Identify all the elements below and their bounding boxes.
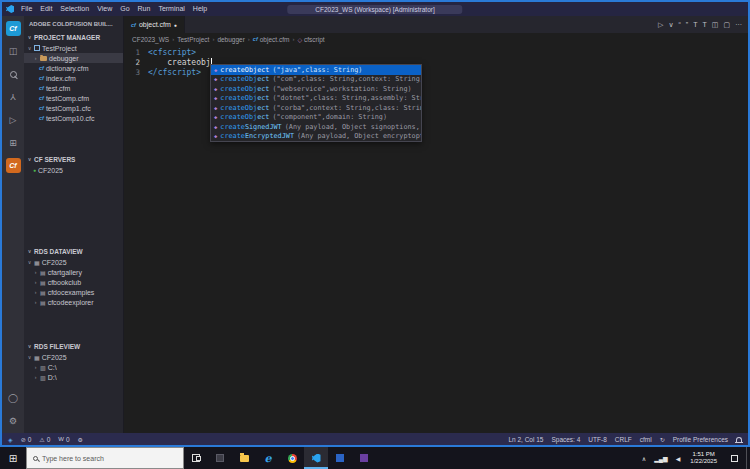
text-format-icon[interactable]: T (693, 21, 697, 28)
task-view-icon[interactable] (184, 447, 208, 469)
tree-item-cfcodeexplorer[interactable]: ›▤cfcodeexplorer (24, 297, 123, 307)
quote-open-icon[interactable]: “ (679, 21, 681, 28)
tree-item-cfdocexamples[interactable]: ›▤cfdocexamples (24, 287, 123, 297)
tray-expand-icon[interactable]: ∧ (638, 455, 650, 462)
tree-item-test-cfm[interactable]: cftest.cfm (24, 83, 123, 93)
tree-item-cf2025[interactable]: ∨▦CF2025 (24, 352, 123, 362)
menu-file[interactable]: File (17, 2, 36, 16)
tab-object-cfm[interactable]: cf object.cfm ● (124, 16, 185, 33)
vscode-icon[interactable] (304, 447, 328, 469)
suggest-item-createencryptedjwt[interactable]: ◆createEncryptedJWT(Any payload, Object … (211, 132, 421, 142)
wrench-icon[interactable]: ⚙ (78, 436, 83, 443)
tree-item-d[interactable]: ›▥D:\ (24, 372, 123, 382)
tree-item-debugger[interactable]: ›debugger (24, 53, 123, 63)
menu-selection[interactable]: Selection (56, 2, 93, 16)
menu-edit[interactable]: Edit (36, 2, 56, 16)
taskbar-search[interactable]: Type here to search (26, 447, 184, 469)
more-actions-icon[interactable]: ⋯ (735, 21, 742, 29)
chrome-icon[interactable] (280, 447, 304, 469)
coldfusion-extension-icon[interactable]: Cf (6, 158, 21, 173)
menu-view[interactable]: View (93, 2, 116, 16)
eol-sequence[interactable]: CRLF (615, 436, 632, 443)
layout-icon[interactable]: ▢ (723, 21, 730, 29)
breadcrumb-item-object-cfm[interactable]: cfobject.cfm (253, 36, 290, 43)
suggest-item-createobject[interactable]: ◆createObject("corba",context: String,cl… (211, 103, 421, 113)
notifications-bell-icon[interactable] (736, 437, 742, 442)
cfml-file-icon: cf (39, 115, 44, 121)
suggest-item-createobject[interactable]: ◆createObject("component",domain: String… (211, 113, 421, 123)
volume-icon[interactable]: ◀ (672, 455, 685, 462)
tree-item-cfartgallery[interactable]: ›▤cfartgallery (24, 267, 123, 277)
pinned-app-icon-blue[interactable] (328, 447, 352, 469)
breadcrumb-item-testproject[interactable]: TestProject (177, 36, 209, 43)
quote-close-icon[interactable]: ” (686, 21, 688, 28)
encoding[interactable]: UTF-8 (588, 436, 606, 443)
tree-item-index-cfm[interactable]: cfindex.cfm (24, 73, 123, 83)
menu-terminal[interactable]: Terminal (154, 2, 188, 16)
pinned-app-icon-purple[interactable] (352, 447, 376, 469)
tree-item-testproject[interactable]: ∨TestProject (24, 43, 123, 53)
breadcrumb-item-cfscript[interactable]: ◇cfscript (297, 36, 324, 43)
section-header-cf-servers[interactable]: ∨CF SERVERS (24, 153, 123, 165)
breadcrumb-item-cf2023-ws[interactable]: CF2023_WS (132, 36, 169, 43)
suggest-item-createobject[interactable]: ◆createObject("java",class: String) (211, 65, 421, 75)
run-file-icon[interactable]: ▷ (658, 21, 663, 29)
profile-preferences[interactable]: Profile Preferences (673, 436, 728, 443)
extensions-icon[interactable]: ⊞ (5, 135, 21, 151)
section-header-rds-fileview[interactable]: ∨RDS FILEVIEW (24, 340, 123, 352)
network-icon[interactable]: ▂▄▆ (650, 455, 671, 462)
tree-item-testcomp-cfm[interactable]: cftestComp.cfm (24, 93, 123, 103)
errors-indicator[interactable]: ⊘0 (21, 436, 32, 443)
drive-icon: ▥ (40, 374, 46, 381)
status-bar: ◈⊘0⚠0W0⚙ Ln 2, Col 15Spaces: 4UTF-8CRLFc… (2, 433, 748, 445)
suggest-item-createobject[interactable]: ◆createObject("com",class: String,contex… (211, 75, 421, 85)
tree-item-cf2025[interactable]: ●CF2025 (24, 165, 123, 175)
cursor-position[interactable]: Ln 2, Col 15 (508, 436, 543, 443)
sync-icon[interactable]: ↻ (660, 436, 665, 443)
code-editor[interactable]: 1<cfscript>2 createobj3</cfscript> ◆crea… (124, 45, 748, 433)
tree-item-c[interactable]: ›▥C:\ (24, 362, 123, 372)
run-debug-icon[interactable]: ▷ (5, 112, 21, 128)
split-editor-icon[interactable]: ◫ (712, 21, 719, 29)
tree-item-dictionary-cfm[interactable]: cfdictionary.cfm (24, 63, 123, 73)
file-explorer-icon[interactable] (232, 447, 256, 469)
chevron-right-icon: › (33, 364, 38, 370)
suggest-item-createobject[interactable]: ◆createObject("webservice",workstation: … (211, 84, 421, 94)
suggest-item-createsignedjwt[interactable]: ◆createSignedJWT(Any payload, Object sig… (211, 122, 421, 132)
cf-status-icon[interactable]: ◈ (8, 436, 13, 443)
menu-run[interactable]: Run (134, 2, 155, 16)
section-header-project-manager[interactable]: ∨PROJECT MANAGER (24, 31, 123, 43)
indentation[interactable]: Spaces: 4 (551, 436, 580, 443)
warnings-indicator[interactable]: ⚠0 (39, 436, 50, 443)
run-dropdown-icon[interactable]: ∨ (668, 21, 673, 29)
search-icon (33, 456, 38, 461)
account-icon[interactable]: ◯ (5, 390, 21, 406)
method-icon: ◆ (214, 94, 217, 104)
coldfusion-builder-icon[interactable]: Cf (6, 21, 21, 36)
menu-go[interactable]: Go (116, 2, 133, 16)
show-desktop-button[interactable] (746, 447, 750, 469)
tree-item-cfbookclub[interactable]: ›▤cfbookclub (24, 277, 123, 287)
watch-indicator[interactable]: W0 (58, 436, 69, 443)
taskbar-clock[interactable]: 1:51 PM 1/22/2025 (684, 451, 723, 465)
search-icon[interactable] (5, 66, 21, 82)
menu-help[interactable]: Help (189, 2, 211, 16)
action-center-button[interactable] (723, 447, 746, 469)
tree-item-testcomp10-cfc[interactable]: cftestComp10.cfc (24, 113, 123, 123)
settings-gear-icon[interactable]: ⚙ (5, 413, 21, 429)
tree-item-testcomp1-cfc[interactable]: cftestComp1.cfc (24, 103, 123, 113)
tree-item-cf2025[interactable]: ∨▦CF2025 (24, 257, 123, 267)
windows-logo-icon: ⊞ (9, 453, 17, 464)
edge-icon[interactable]: e (256, 447, 280, 469)
suggest-item-createobject[interactable]: ◆createObject("dotnet",class: String,ass… (211, 94, 421, 104)
source-control-icon[interactable]: Y (5, 89, 21, 105)
section-header-rds-dataview[interactable]: ∨RDS DATAVIEW (24, 245, 123, 257)
pinned-app-icon-dark[interactable] (208, 447, 232, 469)
start-button[interactable]: ⊞ (0, 447, 26, 469)
chevron-right-icon: › (292, 36, 294, 42)
editor-actions: ▷∨“”TT◫▢⋯ (658, 16, 748, 33)
breadcrumb-item-debugger[interactable]: debugger (217, 36, 244, 43)
explorer-icon[interactable]: ◫ (5, 43, 21, 59)
text-format-alt-icon[interactable]: T (702, 21, 706, 28)
language-mode[interactable]: cfml (640, 436, 652, 443)
